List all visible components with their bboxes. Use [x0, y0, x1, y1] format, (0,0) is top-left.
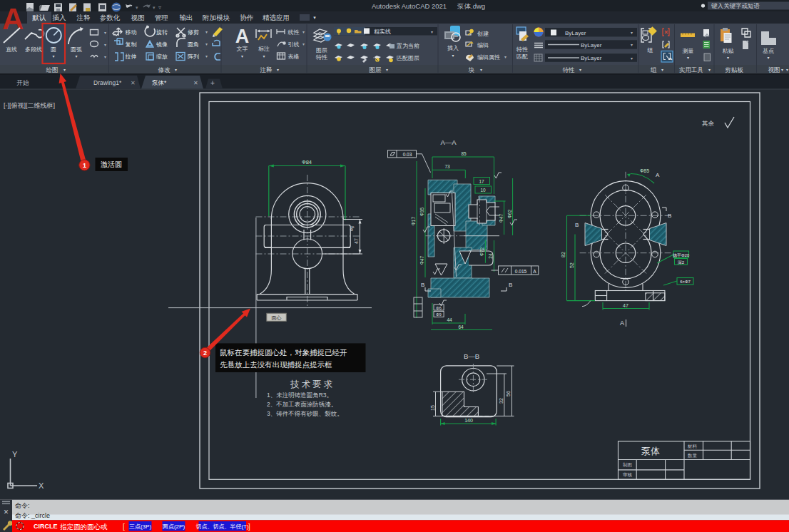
- svg-text:2: 2: [203, 349, 207, 357]
- svg-text:56: 56: [506, 391, 511, 397]
- svg-text:审核: 审核: [623, 472, 633, 477]
- svg-text:B: B: [668, 213, 671, 219]
- svg-text:▾: ▾: [104, 43, 106, 47]
- svg-text:多段线: 多段线: [25, 46, 42, 53]
- svg-text:输出: 输出: [180, 14, 193, 21]
- svg-text:A: A: [2, 2, 24, 36]
- svg-text:▾: ▾: [136, 5, 138, 10]
- svg-text:47: 47: [623, 303, 628, 308]
- svg-text:开始: 开始: [17, 79, 30, 86]
- svg-text:▾: ▾: [687, 56, 689, 60]
- svg-text:CIRCLE: CIRCLE: [34, 523, 58, 530]
- svg-text:1: 1: [83, 162, 86, 169]
- svg-text:插入: 插入: [52, 14, 67, 21]
- svg-text:ByLayer: ByLayer: [581, 42, 602, 48]
- svg-text:+: +: [210, 79, 215, 87]
- svg-text:ByLayer: ByLayer: [565, 30, 586, 36]
- svg-text:▾: ▾: [781, 68, 783, 72]
- svg-text:表格: 表格: [288, 53, 300, 60]
- svg-text:制图: 制图: [623, 462, 632, 467]
- svg-text:A: A: [620, 319, 624, 327]
- svg-text:引线: 引线: [288, 41, 300, 48]
- svg-text:附加模块: 附加模块: [203, 14, 230, 21]
- svg-text:▾: ▾: [302, 42, 305, 46]
- svg-text:▾: ▾: [63, 68, 66, 72]
- svg-text:特性: 特性: [563, 66, 576, 73]
- svg-text:Ф72: Ф72: [479, 247, 484, 257]
- svg-text:圆角: 圆角: [188, 41, 199, 48]
- svg-text:编辑属性: 编辑属性: [477, 54, 500, 61]
- svg-text:▾: ▾: [480, 68, 482, 72]
- svg-text:Drawing1*: Drawing1*: [93, 79, 122, 86]
- svg-text:47: 47: [354, 238, 359, 244]
- svg-text:▾: ▾: [52, 54, 54, 58]
- svg-text:82: 82: [561, 252, 566, 257]
- svg-text:▾: ▾: [504, 55, 507, 59]
- svg-text:▾: ▾: [579, 68, 581, 72]
- svg-text:两点(2P): 两点(2P): [162, 523, 185, 530]
- svg-text:3、铸件不得有砂眼、裂纹。: 3、铸件不得有砂眼、裂纹。: [267, 410, 343, 417]
- svg-text:Autodesk AutoCAD 2021: Autodesk AutoCAD 2021: [372, 2, 447, 10]
- svg-text:Ф62: Ф62: [507, 210, 512, 219]
- svg-text:Ф85: Ф85: [640, 168, 649, 173]
- svg-text:参数化: 参数化: [100, 14, 121, 21]
- svg-text:2、不加工表面涂防锈漆。: 2、不加工表面涂防锈漆。: [267, 401, 337, 408]
- svg-text:▾: ▾: [727, 56, 729, 60]
- svg-text:锪平Ф20: 锪平Ф20: [672, 252, 690, 257]
- svg-text:▾: ▾: [661, 68, 663, 72]
- svg-text:拉伸: 拉伸: [125, 53, 137, 60]
- svg-text:✕: ✕: [131, 80, 136, 86]
- svg-text:深2: 深2: [678, 260, 685, 265]
- svg-text:A—A: A—A: [440, 138, 457, 146]
- svg-text:0.015: 0.015: [515, 269, 527, 274]
- svg-text:阵列: 阵列: [188, 53, 199, 60]
- svg-text:▾: ▾: [205, 42, 208, 46]
- svg-text:Ф84: Ф84: [302, 159, 312, 165]
- svg-text:A: A: [533, 269, 536, 274]
- svg-text:▾: ▾: [104, 55, 106, 59]
- svg-text:其余: 其余: [702, 120, 715, 127]
- svg-text:协作: 协作: [240, 14, 254, 21]
- svg-text:线性: 线性: [287, 29, 300, 36]
- svg-text:✕: ✕: [193, 80, 198, 86]
- svg-text:测量: 测量: [683, 48, 694, 54]
- svg-text:B: B: [509, 282, 512, 288]
- svg-text:X: X: [39, 481, 44, 490]
- svg-text:▾: ▾: [205, 54, 208, 58]
- svg-text:▾: ▾: [708, 68, 711, 72]
- svg-text:▿: ▿: [158, 4, 161, 11]
- svg-text:圆: 圆: [51, 46, 56, 53]
- svg-text:注释: 注释: [260, 66, 273, 73]
- svg-text:52: 52: [569, 262, 574, 268]
- svg-text:特性: 特性: [516, 46, 528, 53]
- svg-text:A: A: [235, 26, 250, 47]
- svg-text:▾: ▾: [302, 30, 305, 34]
- svg-text:图层: 图层: [370, 66, 382, 73]
- svg-text:泵体*: 泵体*: [152, 79, 167, 86]
- svg-text:粗实线: 粗实线: [374, 29, 391, 35]
- svg-text:A: A: [656, 172, 660, 178]
- svg-text:组: 组: [651, 66, 657, 73]
- svg-text:缩放: 缩放: [156, 53, 168, 60]
- svg-text:置为当前: 置为当前: [396, 43, 419, 49]
- svg-text:镜像: 镜像: [156, 41, 168, 48]
- svg-text:85: 85: [461, 151, 467, 156]
- svg-text:基点: 基点: [763, 48, 774, 54]
- svg-text:泵体: 泵体: [641, 446, 660, 456]
- svg-text:▾: ▾: [175, 68, 177, 72]
- svg-text:▾: ▾: [631, 31, 633, 35]
- svg-text:]: ]: [248, 523, 250, 531]
- svg-text:▾: ▾: [631, 56, 633, 61]
- svg-text:10: 10: [480, 188, 486, 193]
- svg-text:块: 块: [468, 66, 475, 73]
- svg-text:▾: ▾: [786, 68, 788, 72]
- svg-text:编辑: 编辑: [477, 42, 489, 48]
- svg-text:键入关键字或短语: 键入关键字或短语: [711, 2, 760, 9]
- svg-text:0.03: 0.03: [403, 152, 412, 157]
- svg-text:圆弧: 圆弧: [71, 46, 82, 53]
- svg-text:B: B: [421, 282, 424, 288]
- svg-text:17: 17: [479, 179, 484, 184]
- svg-text:▾: ▾: [263, 54, 265, 58]
- svg-text:6×Ф7: 6×Ф7: [680, 280, 691, 284]
- svg-text:剪贴板: 剪贴板: [725, 66, 743, 73]
